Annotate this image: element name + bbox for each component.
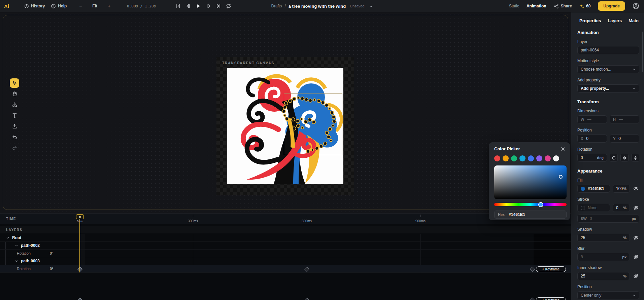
color-swatch[interactable] <box>494 155 500 161</box>
property-row-rotation-1[interactable]: Rotation 0° + Keyframe <box>0 250 571 257</box>
mode-static-button[interactable]: Static <box>509 4 519 8</box>
color-swatch[interactable] <box>553 155 559 161</box>
rotation-input[interactable]: 0deg <box>577 154 607 162</box>
stroke-visibility-toggle[interactable] <box>633 205 639 211</box>
chevron-down-icon[interactable] <box>6 236 9 239</box>
inner-shadow-input[interactable]: 25% <box>577 272 630 280</box>
keyframe-diamond[interactable] <box>304 298 310 300</box>
layer-name[interactable]: path-0003 <box>21 259 40 263</box>
color-swatch[interactable] <box>545 155 551 161</box>
layer-row-path-0003[interactable]: path-0003 <box>0 257 571 265</box>
layers-caption: LAYERS <box>6 228 23 232</box>
shadow-opacity-input[interactable]: 25% <box>577 234 630 242</box>
play-button[interactable] <box>196 3 201 9</box>
export-tool-button[interactable] <box>10 121 19 131</box>
tab-properties[interactable]: Properties <box>579 18 601 23</box>
fill-visibility-toggle[interactable] <box>633 186 639 191</box>
loop-button[interactable] <box>226 3 231 9</box>
skip-start-button[interactable] <box>175 3 181 9</box>
title-chevron-down-icon[interactable] <box>369 4 373 8</box>
step-back-button[interactable] <box>185 3 191 9</box>
property-value[interactable]: 0° <box>50 267 54 271</box>
history-button[interactable]: History <box>24 4 45 9</box>
layer-row-path-0002[interactable]: path-0002 <box>0 242 571 250</box>
add-keyframe-button[interactable]: + Keyframe <box>536 297 566 300</box>
fill-color-swatch[interactable] <box>581 187 585 191</box>
step-forward-button[interactable] <box>206 3 211 9</box>
stroke-color-swatch[interactable] <box>581 206 585 210</box>
color-selector-handle[interactable] <box>559 175 563 179</box>
flip-horizontal-button[interactable] <box>620 154 629 162</box>
zoom-in-button[interactable]: + <box>106 3 112 9</box>
tab-layers[interactable]: Layers <box>608 18 622 23</box>
hue-slider-handle[interactable] <box>538 202 543 207</box>
chevron-down-icon[interactable] <box>15 259 18 263</box>
keyframe-diamond[interactable] <box>530 298 535 300</box>
playhead-line[interactable] <box>79 219 80 272</box>
canvas-workspace[interactable]: TRANSPARENT CANVAS <box>0 12 571 213</box>
x-position-input[interactable]: X0 <box>577 135 607 143</box>
zoom-out-button[interactable]: − <box>77 3 83 9</box>
app-logo-icon[interactable]: Ai <box>4 3 9 9</box>
height-input[interactable]: H— <box>610 115 639 123</box>
avatar-icon[interactable] <box>633 3 639 9</box>
blur-input[interactable]: 8px <box>577 253 630 261</box>
credits-counter[interactable]: 60 <box>579 4 590 9</box>
undo-button[interactable] <box>10 132 19 142</box>
add-property-select[interactable]: Add property... <box>577 84 639 92</box>
flip-vertical-icon <box>633 156 638 160</box>
shadow-position-select[interactable]: Center only <box>577 291 639 299</box>
chevron-down-icon[interactable] <box>15 244 18 247</box>
keyframe-diamond[interactable] <box>77 298 83 300</box>
project-title[interactable]: a tree moving with the wind <box>289 4 346 9</box>
redo-button[interactable] <box>10 143 19 152</box>
selection-bounding-box[interactable] <box>284 93 342 155</box>
color-swatch[interactable] <box>503 155 509 161</box>
share-button[interactable]: Share <box>554 4 572 9</box>
motion-style-select[interactable]: Choose motion... <box>577 65 639 73</box>
mode-animation-button[interactable]: Animation <box>527 4 546 8</box>
timeline-ruler[interactable]: TIME 300ms 600ms 900ms <box>0 213 571 224</box>
stroke-width-input[interactable]: SW0px <box>577 215 639 223</box>
skip-end-button[interactable] <box>216 3 221 9</box>
hex-input[interactable]: Hex #1461B1 <box>494 211 567 219</box>
top-bar: Ai History Help − Fit + 0.00s / 1.20s Dr… <box>0 0 644 12</box>
close-icon[interactable] <box>561 147 565 151</box>
inner-shadow-visibility-toggle[interactable] <box>633 273 639 279</box>
color-swatch[interactable] <box>536 155 542 161</box>
tab-main[interactable]: Main <box>629 18 639 23</box>
hue-slider[interactable] <box>494 203 567 206</box>
property-value[interactable]: 0° <box>50 251 54 255</box>
saturation-value-field[interactable] <box>494 165 567 199</box>
shadow-visibility-toggle[interactable] <box>633 235 639 240</box>
fill-opacity-input[interactable]: 100% <box>613 185 630 193</box>
text-tool-button[interactable] <box>10 111 19 120</box>
blur-visibility-toggle[interactable] <box>633 254 639 260</box>
rotate-button[interactable] <box>610 154 618 162</box>
width-input[interactable]: W— <box>577 115 607 123</box>
hex-value[interactable]: #1461B1 <box>509 212 525 217</box>
shapes-tool-button[interactable] <box>10 100 19 109</box>
fill-color-input[interactable]: #1461B1 <box>577 185 610 193</box>
color-swatch[interactable] <box>519 155 526 161</box>
upgrade-button[interactable]: Upgrade <box>598 1 625 11</box>
color-swatch[interactable] <box>528 155 534 161</box>
help-button[interactable]: Help <box>51 4 67 9</box>
stroke-opacity-input[interactable]: 0% <box>613 204 630 212</box>
color-swatch[interactable] <box>511 155 517 161</box>
playhead-badge[interactable]: 0 <box>76 214 84 219</box>
breadcrumb-folder[interactable]: Drafts <box>271 4 282 8</box>
layer-name[interactable]: Root <box>12 235 21 240</box>
hand-tool-button[interactable] <box>10 89 19 99</box>
y-position-input[interactable]: Y0 <box>610 135 639 143</box>
layer-name[interactable]: path-0002 <box>21 243 40 248</box>
layer-name-input[interactable]: path-0064 <box>577 46 639 54</box>
add-keyframe-button[interactable]: + Keyframe <box>536 266 566 272</box>
layer-row-root[interactable]: Root <box>0 234 571 242</box>
property-row-rotation-2[interactable]: Rotation 0° + Keyframe <box>0 265 571 273</box>
panel-scrollbar[interactable] <box>642 32 643 72</box>
zoom-fit-button[interactable]: Fit <box>92 4 97 8</box>
stroke-color-input[interactable]: None <box>577 204 610 212</box>
flip-vertical-button[interactable] <box>631 154 639 162</box>
select-tool-button[interactable] <box>10 78 19 88</box>
